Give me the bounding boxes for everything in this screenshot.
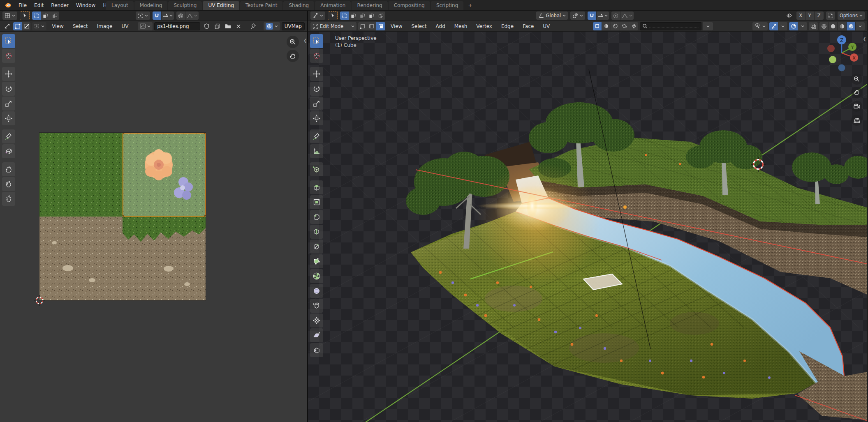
uv-canvas[interactable]: ❮	[0, 32, 307, 422]
pivot-point-dropdown[interactable]	[570, 12, 585, 20]
new-image-button[interactable]	[213, 22, 222, 30]
viewport-search-input[interactable]	[640, 22, 701, 30]
loop-cut-tool[interactable]	[310, 225, 323, 239]
select-extend-button[interactable]	[41, 12, 50, 20]
vp-menu-view[interactable]: View	[387, 22, 406, 31]
menu-window[interactable]: Window	[72, 1, 99, 10]
image-name-field[interactable]: ps1-tiles.png	[154, 22, 200, 30]
transform-tool[interactable]	[310, 111, 323, 125]
move-tool[interactable]	[2, 67, 15, 81]
bevel-tool[interactable]	[310, 210, 323, 224]
mirror-x-button[interactable]: X	[796, 12, 806, 20]
select-subtract-button[interactable]	[358, 12, 367, 20]
tweak-select-tool[interactable]	[310, 34, 323, 48]
uv-map-name-field[interactable]: UVMap	[282, 22, 305, 30]
select-invert-button[interactable]	[367, 12, 376, 20]
search-expand-chevron[interactable]	[703, 22, 713, 30]
mode-dropdown[interactable]: Edit Mode	[310, 22, 356, 30]
menu-file[interactable]: File	[15, 1, 30, 10]
shading-material-button[interactable]	[838, 22, 847, 30]
unlink-image-button[interactable]	[234, 22, 243, 30]
gizmo-neg-y-ball[interactable]	[829, 56, 836, 63]
vp-menu-uv[interactable]: UV	[539, 22, 553, 31]
tab-sculpting[interactable]: Sculpting	[168, 1, 202, 10]
snap-target-dropdown[interactable]	[597, 12, 609, 20]
rotate-tool[interactable]	[2, 82, 15, 96]
show-gizmo-toggle[interactable]	[769, 22, 778, 30]
rip-region-tool[interactable]	[310, 343, 323, 357]
uv-menu-select[interactable]: Select	[69, 22, 92, 31]
vp-menu-face[interactable]: Face	[519, 22, 537, 31]
add-workspace-button[interactable]: +	[464, 0, 476, 10]
uv-pivot-dropdown[interactable]	[136, 12, 150, 20]
vp-menu-edge[interactable]: Edge	[498, 22, 517, 31]
uv-collapse-arrow-icon[interactable]: ❮	[303, 38, 307, 43]
tweak-select-tool[interactable]	[2, 34, 15, 48]
edge-slide-tool[interactable]	[310, 299, 323, 313]
vp-collapse-arrow-icon[interactable]: ❮	[863, 37, 866, 41]
snap-symmetry-button[interactable]	[826, 12, 835, 20]
smooth-tool[interactable]	[310, 284, 323, 298]
options-dropdown[interactable]: Options	[838, 12, 865, 20]
uv-editor-type-dropdown[interactable]	[2, 12, 17, 20]
mirror-z-button[interactable]: Z	[815, 12, 824, 20]
move-tool[interactable]	[310, 67, 323, 81]
proportional-edit-toggle[interactable]	[611, 12, 620, 20]
snap-magnet-toggle[interactable]	[153, 12, 162, 20]
vp-canvas[interactable]: User Perspective (1) Cube	[308, 32, 867, 422]
texture-image[interactable]	[39, 133, 206, 300]
filter-hdr-icon[interactable]	[620, 22, 629, 30]
vp-active-tool-button[interactable]	[328, 11, 338, 20]
rotate-tool[interactable]	[310, 82, 323, 96]
vp-menu-vertex[interactable]: Vertex	[472, 22, 496, 31]
vp-active-tool-dropdown[interactable]	[310, 12, 325, 20]
selected-uv-face[interactable]	[123, 133, 206, 217]
shrink-fatten-tool[interactable]	[310, 314, 323, 327]
scale-tool[interactable]	[2, 97, 15, 111]
filter-material-icon[interactable]	[602, 22, 611, 30]
relax-brush-tool[interactable]	[2, 177, 15, 191]
falloff-curve-dropdown[interactable]	[185, 12, 199, 20]
tab-texture-paint[interactable]: Texture Paint	[240, 1, 282, 10]
spin-tool[interactable]	[310, 269, 323, 283]
uv-sync-selection-toggle[interactable]	[2, 22, 12, 30]
add-cube-tool[interactable]	[310, 162, 323, 176]
grab-brush-tool[interactable]	[2, 162, 15, 176]
gizmo-neg-z-ball[interactable]	[838, 65, 845, 71]
vp-menu-mesh[interactable]: Mesh	[451, 22, 471, 31]
tab-modeling[interactable]: Modeling	[134, 1, 168, 10]
select-set-button[interactable]	[340, 12, 349, 20]
tab-animation[interactable]: Animation	[315, 1, 351, 10]
annotate-tool[interactable]	[310, 129, 323, 143]
inset-faces-tool[interactable]	[310, 195, 323, 209]
tab-shading[interactable]: Shading	[283, 1, 314, 10]
xray-toggle[interactable]	[809, 22, 818, 30]
select-extend-button[interactable]	[349, 12, 358, 20]
open-image-button[interactable]	[223, 22, 232, 30]
snap-target-dropdown[interactable]	[162, 12, 174, 20]
uv-zoom-button[interactable]	[287, 36, 299, 48]
tile-grass-flowers[interactable]	[123, 133, 206, 217]
visibility-dropdown[interactable]	[752, 22, 768, 30]
pinch-brush-tool[interactable]	[2, 192, 15, 206]
tab-uv-editing[interactable]: UV Editing	[203, 1, 239, 10]
tab-layout[interactable]: Layout	[106, 1, 134, 10]
transform-orientation-dropdown[interactable]: Global	[536, 12, 568, 20]
shear-tool[interactable]	[310, 328, 323, 342]
filter-scene-icon[interactable]	[611, 22, 620, 30]
shading-rendered-button[interactable]	[847, 22, 856, 30]
edge-select-button[interactable]	[367, 22, 376, 30]
select-set-button[interactable]	[32, 12, 41, 20]
uv-menu-uv[interactable]: UV	[118, 22, 132, 31]
uv-menu-image[interactable]: Image	[93, 22, 116, 31]
snap-magnet-toggle[interactable]	[588, 12, 597, 20]
uv-pan-button[interactable]	[287, 50, 299, 62]
gizmo-dropdown[interactable]	[778, 22, 787, 30]
select-intersect-button[interactable]	[376, 12, 385, 20]
select-subtract-button[interactable]	[50, 12, 59, 20]
vp-pan-button[interactable]	[851, 87, 862, 98]
scale-tool[interactable]	[310, 97, 323, 111]
cursor-2d-tool[interactable]	[2, 49, 15, 63]
vp-zoom-button[interactable]	[851, 74, 862, 85]
fake-user-shield-button[interactable]	[202, 22, 211, 30]
